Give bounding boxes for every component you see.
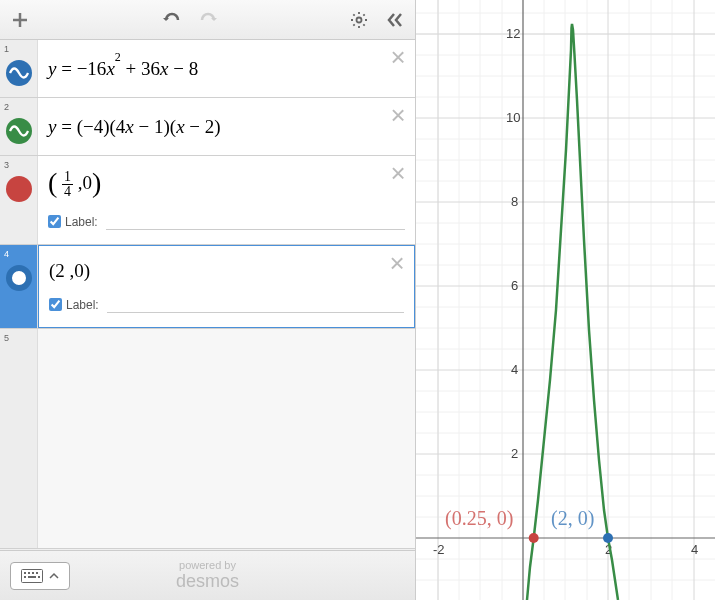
svg-rect-2 bbox=[24, 572, 26, 574]
svg-rect-3 bbox=[28, 572, 30, 574]
svg-text:4: 4 bbox=[691, 542, 698, 557]
undo-button[interactable] bbox=[160, 8, 184, 32]
svg-text:12: 12 bbox=[506, 26, 520, 41]
expression-panel: 1 y = −16x2 + 36x − 8 × 2 bbox=[0, 0, 416, 600]
svg-text:2: 2 bbox=[511, 446, 518, 461]
label-input[interactable] bbox=[106, 213, 405, 230]
svg-rect-7 bbox=[28, 576, 36, 578]
svg-rect-6 bbox=[24, 576, 26, 578]
svg-text:(0.25, 0): (0.25, 0) bbox=[445, 507, 513, 530]
point-icon-red[interactable] bbox=[6, 176, 32, 202]
label-text: Label: bbox=[66, 298, 99, 312]
point-labels: (0.25, 0) (2, 0) bbox=[445, 507, 594, 530]
graph-panel[interactable]: -2 2 4 2 4 6 8 10 12 (0.25, 0) (2, 0) bbox=[416, 0, 715, 600]
expression-row-2[interactable]: 2 y = (−4)(4x − 1)(x − 2) × bbox=[0, 98, 415, 156]
expression-index: 3 bbox=[0, 156, 38, 244]
delete-icon[interactable]: × bbox=[387, 104, 409, 126]
label-checkbox[interactable] bbox=[49, 298, 62, 311]
expression-input[interactable]: y = −16x2 + 36x − 8 × bbox=[38, 40, 415, 97]
expression-row-empty[interactable]: 5 bbox=[0, 329, 415, 549]
expression-input[interactable]: ( 14 ,0) Label: × bbox=[38, 156, 415, 244]
svg-point-0 bbox=[357, 17, 362, 22]
expression-index: 2 bbox=[0, 98, 38, 155]
redo-button[interactable] bbox=[196, 8, 220, 32]
expression-input[interactable]: y = (−4)(4x − 1)(x − 2) × bbox=[38, 98, 415, 155]
keyboard-icon bbox=[21, 569, 43, 583]
svg-text:(2, 0): (2, 0) bbox=[551, 507, 594, 530]
point-icon-blue[interactable] bbox=[6, 265, 32, 291]
point-red[interactable] bbox=[529, 533, 539, 543]
svg-text:8: 8 bbox=[511, 194, 518, 209]
expression-row-3[interactable]: 3 ( 14 ,0) Label: × bbox=[0, 156, 415, 245]
graph-canvas[interactable]: -2 2 4 2 4 6 8 10 12 (0.25, 0) (2, 0) bbox=[416, 0, 715, 600]
brand: powered by desmos bbox=[176, 559, 239, 592]
label-text: Label: bbox=[65, 215, 98, 229]
wave-icon-blue[interactable] bbox=[6, 60, 32, 86]
settings-button[interactable] bbox=[347, 8, 371, 32]
delete-icon[interactable]: × bbox=[386, 252, 408, 274]
expression-index: 1 bbox=[0, 40, 38, 97]
svg-text:6: 6 bbox=[511, 278, 518, 293]
svg-rect-8 bbox=[38, 576, 40, 578]
svg-text:-2: -2 bbox=[433, 542, 445, 557]
svg-text:4: 4 bbox=[511, 362, 518, 377]
point-blue[interactable] bbox=[603, 533, 613, 543]
delete-icon[interactable]: × bbox=[387, 46, 409, 68]
expression-input[interactable]: (2 ,0) Label: × bbox=[38, 245, 415, 328]
label-checkbox[interactable] bbox=[48, 215, 61, 228]
label-input[interactable] bbox=[107, 296, 404, 313]
keypad-button[interactable] bbox=[10, 562, 70, 590]
svg-rect-5 bbox=[36, 572, 38, 574]
toolbar bbox=[0, 0, 415, 40]
expression-row-4[interactable]: 4 (2 ,0) Label: × bbox=[0, 245, 415, 329]
footer: powered by desmos bbox=[0, 550, 415, 600]
chevron-up-icon bbox=[49, 572, 59, 580]
collapse-button[interactable] bbox=[383, 8, 407, 32]
expression-index: 4 bbox=[0, 245, 38, 328]
axis-labels: -2 2 4 2 4 6 8 10 12 bbox=[433, 26, 698, 557]
expression-index: 5 bbox=[0, 329, 38, 548]
delete-icon[interactable]: × bbox=[387, 162, 409, 184]
expression-list: 1 y = −16x2 + 36x − 8 × 2 bbox=[0, 40, 415, 550]
expression-row-1[interactable]: 1 y = −16x2 + 36x − 8 × bbox=[0, 40, 415, 98]
expression-input[interactable] bbox=[38, 329, 415, 548]
wave-icon-green[interactable] bbox=[6, 118, 32, 144]
add-expression-button[interactable] bbox=[8, 8, 32, 32]
svg-rect-4 bbox=[32, 572, 34, 574]
svg-text:10: 10 bbox=[506, 110, 520, 125]
